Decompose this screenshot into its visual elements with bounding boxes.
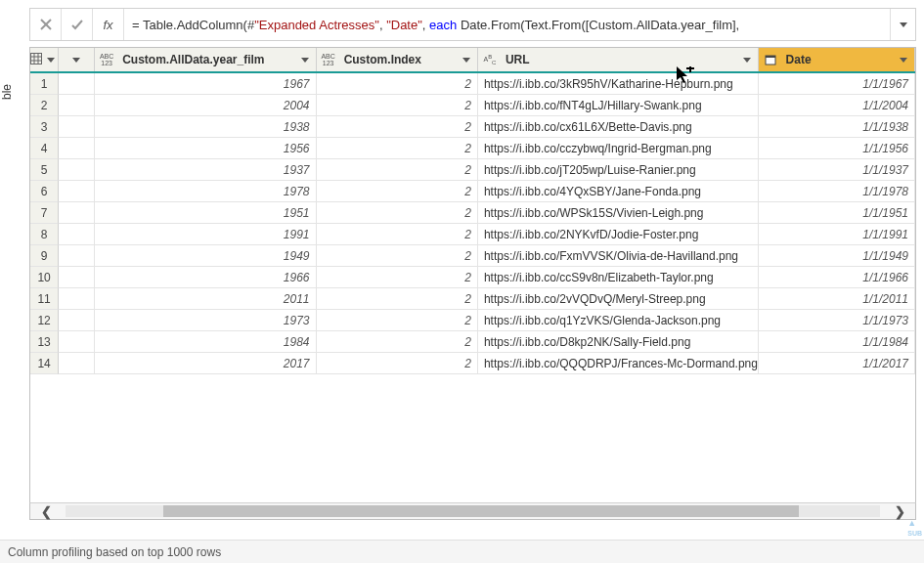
cell-custom-index[interactable]: 2 — [317, 310, 478, 331]
cell-custom-index[interactable]: 2 — [317, 224, 478, 245]
column-header-year-film[interactable]: ABC123 Custom.AllData.year_film — [95, 48, 316, 71]
cell-custom-index[interactable]: 2 — [317, 202, 478, 224]
cell-year-film[interactable]: 1949 — [95, 245, 316, 267]
cell-custom-index[interactable]: 2 — [317, 353, 478, 374]
cell-year-film[interactable]: 2004 — [95, 95, 316, 116]
cell-year-film[interactable]: 2011 — [95, 288, 316, 310]
table-row[interactable]: 519372https://i.ibb.co/jT205wp/Luise-Ran… — [30, 159, 915, 181]
cell-custom-index[interactable]: 2 — [317, 73, 478, 95]
cell-url[interactable]: https://i.ibb.co/fNT4gLJ/Hillary-Swank.p… — [478, 95, 759, 116]
svg-marker-10 — [301, 58, 309, 63]
cell-url[interactable]: https://i.ibb.co/jT205wp/Luise-Ranier.pn… — [478, 159, 759, 181]
formula-expand-button[interactable] — [890, 9, 915, 40]
cell-custom-index[interactable]: 2 — [317, 181, 478, 202]
cell-url[interactable]: https://i.ibb.co/QQQDRPJ/Frances-Mc-Dorm… — [478, 353, 759, 374]
column-header-url[interactable]: ABC URL — [478, 48, 759, 71]
column-filter-button[interactable] — [895, 51, 912, 68]
table-row[interactable]: 919492https://i.ibb.co/FxmVVSK/Olivia-de… — [30, 245, 915, 267]
svg-rect-3 — [31, 54, 42, 65]
cell-url[interactable]: https://i.ibb.co/cx61L6X/Bette-Davis.png — [478, 116, 759, 138]
cell-year-film[interactable]: 1951 — [95, 202, 316, 224]
table-menu-button[interactable] — [44, 53, 58, 66]
cell-year-film[interactable]: 1991 — [95, 224, 316, 245]
data-type-icon[interactable]: ABC123 — [317, 48, 340, 71]
cell-date[interactable]: 1/1/1956 — [759, 138, 916, 159]
cell-date[interactable]: 1/1/2017 — [759, 353, 916, 374]
table-row[interactable]: 1420172https://i.ibb.co/QQQDRPJ/Frances-… — [30, 353, 915, 374]
scrollbar-track[interactable] — [66, 505, 880, 517]
cell-date[interactable]: 1/1/2011 — [759, 288, 916, 310]
cell-url[interactable]: https://i.ibb.co/FxmVVSK/Olivia-de-Havil… — [478, 245, 759, 267]
cell-date[interactable]: 1/1/1951 — [759, 202, 916, 224]
cell-year-film[interactable]: 2017 — [95, 353, 316, 374]
cell-url[interactable]: https://i.ibb.co/D8kp2NK/Sally-Field.png — [478, 331, 759, 353]
cell-year-film[interactable]: 1966 — [95, 267, 316, 288]
formula-input[interactable]: = Table.AddColumn(#"Expanded Actresses",… — [124, 18, 890, 32]
table-row[interactable]: 719512https://i.ibb.co/WPSk15S/Vivien-Le… — [30, 202, 915, 224]
cell-url[interactable]: https://i.ibb.co/4YQxSBY/Jane-Fonda.png — [478, 181, 759, 202]
cancel-formula-button[interactable] — [30, 9, 62, 40]
cell-url[interactable]: https://i.ibb.co/2vVQDvQ/Meryl-Streep.pn… — [478, 288, 759, 310]
sort-cell — [59, 267, 95, 288]
scrollbar-thumb[interactable] — [163, 505, 799, 517]
cell-url[interactable]: https://i.ibb.co/ccS9v8n/Elizabeth-Taylo… — [478, 267, 759, 288]
table-row[interactable]: 819912https://i.ibb.co/2NYKvfD/Jodie-Fos… — [30, 224, 915, 245]
cell-custom-index[interactable]: 2 — [317, 159, 478, 181]
cell-year-film[interactable]: 1938 — [95, 116, 316, 138]
cell-year-film[interactable]: 1967 — [95, 73, 316, 95]
cell-year-film[interactable]: 1937 — [95, 159, 316, 181]
cell-custom-index[interactable]: 2 — [317, 116, 478, 138]
table-row[interactable]: 220042https://i.ibb.co/fNT4gLJ/Hillary-S… — [30, 95, 915, 116]
cell-year-film[interactable]: 1973 — [95, 310, 316, 331]
scroll-left-button[interactable]: ❮ — [30, 503, 62, 519]
table-row[interactable]: 1319842https://i.ibb.co/D8kp2NK/Sally-Fi… — [30, 331, 915, 353]
cell-date[interactable]: 1/1/1967 — [759, 73, 916, 95]
cell-date[interactable]: 1/1/1966 — [759, 267, 916, 288]
column-filter-button[interactable] — [296, 51, 314, 68]
table-row[interactable]: 1219732https://i.ibb.co/q1YzVKS/Glenda-J… — [30, 310, 915, 331]
cell-custom-index[interactable]: 2 — [317, 331, 478, 353]
cell-url[interactable]: https://i.ibb.co/q1YzVKS/Glenda-Jackson.… — [478, 310, 759, 331]
cell-date[interactable]: 1/1/1991 — [759, 224, 916, 245]
accept-formula-button[interactable] — [62, 9, 93, 40]
sort-column-header[interactable] — [59, 48, 95, 71]
cell-date[interactable]: 1/1/1978 — [759, 181, 916, 202]
column-header-date[interactable]: Date — [759, 48, 915, 71]
fx-icon: fx — [93, 9, 124, 40]
cell-custom-index[interactable]: 2 — [317, 138, 478, 159]
cell-date[interactable]: 1/1/2004 — [759, 95, 916, 116]
cell-date[interactable]: 1/1/1938 — [759, 116, 916, 138]
table-row[interactable]: 1120112https://i.ibb.co/2vVQDvQ/Meryl-St… — [30, 288, 915, 310]
cell-date[interactable]: 1/1/1973 — [759, 310, 916, 331]
cell-url[interactable]: https://i.ibb.co/WPSk15S/Vivien-Leigh.pn… — [478, 202, 759, 224]
table-corner-button[interactable] — [30, 48, 59, 71]
cell-url[interactable]: https://i.ibb.co/cczybwq/Ingrid-Bergman.… — [478, 138, 759, 159]
scroll-right-button[interactable]: ❯ — [884, 503, 915, 519]
cell-custom-index[interactable]: 2 — [317, 95, 478, 116]
cell-year-film[interactable]: 1956 — [95, 138, 316, 159]
horizontal-scrollbar[interactable]: ❮ ❯ — [29, 502, 916, 520]
cell-year-film[interactable]: 1978 — [95, 181, 316, 202]
cell-year-film[interactable]: 1984 — [95, 331, 316, 353]
table-row[interactable]: 319382https://i.ibb.co/cx61L6X/Bette-Dav… — [30, 116, 915, 138]
table-row[interactable]: 419562https://i.ibb.co/cczybwq/Ingrid-Be… — [30, 138, 915, 159]
data-type-icon[interactable]: ABC123 — [95, 48, 118, 71]
sort-cell — [59, 181, 95, 202]
table-row[interactable]: 619782https://i.ibb.co/4YQxSBY/Jane-Fond… — [30, 181, 915, 202]
cell-date[interactable]: 1/1/1937 — [759, 159, 916, 181]
data-type-icon[interactable]: ABC — [478, 48, 502, 71]
cell-date[interactable]: 1/1/1984 — [759, 331, 916, 353]
cell-date[interactable]: 1/1/1949 — [759, 245, 916, 267]
cell-url[interactable]: https://i.ibb.co/2NYKvfD/Jodie-Foster.pn… — [478, 224, 759, 245]
cell-custom-index[interactable]: 2 — [317, 288, 478, 310]
column-header-custom-index[interactable]: ABC123 Custom.Index — [317, 48, 478, 71]
table-row[interactable]: 119672https://i.ibb.co/3kR95hV/Katharine… — [30, 73, 915, 95]
cell-custom-index[interactable]: 2 — [317, 245, 478, 267]
column-filter-button[interactable] — [738, 51, 756, 68]
column-filter-button[interactable] — [458, 51, 475, 68]
queries-side-tab[interactable]: ble — [0, 47, 22, 145]
cell-custom-index[interactable]: 2 — [317, 267, 478, 288]
calendar-icon[interactable] — [759, 48, 782, 71]
table-row[interactable]: 1019662https://i.ibb.co/ccS9v8n/Elizabet… — [30, 267, 915, 288]
cell-url[interactable]: https://i.ibb.co/3kR95hV/Katharine-Hepbu… — [478, 73, 759, 95]
